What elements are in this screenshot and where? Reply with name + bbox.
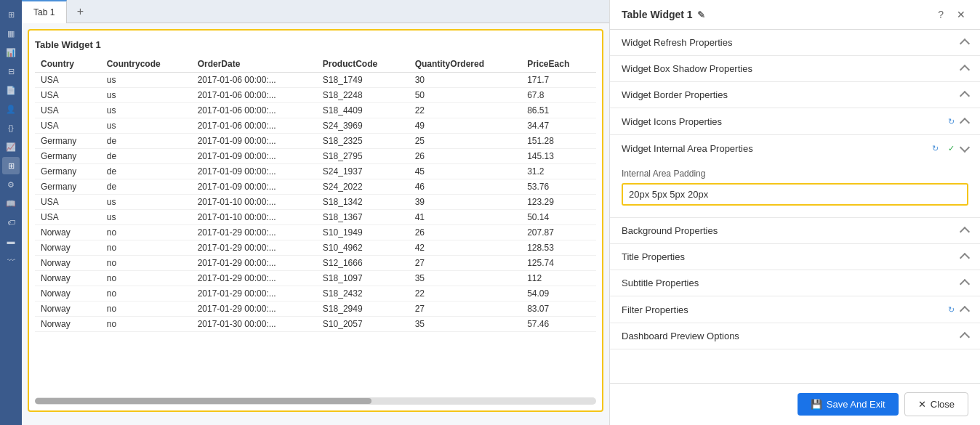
tag-icon[interactable]: 🏷 <box>2 214 20 231</box>
table-row: Germanyde2017-01-09 00:00:...S18_2795261… <box>35 149 596 164</box>
close-button[interactable]: ✕ Close <box>904 392 968 416</box>
table-row: Germanyde2017-01-09 00:00:...S18_2325251… <box>35 134 596 149</box>
main-area: Tab 1 + Table Widget 1 Country Countryco… <box>22 0 609 425</box>
close-x-icon: ✕ <box>918 399 926 410</box>
panel-footer: 💾 Save And Exit ✕ Close <box>610 383 980 425</box>
col-quantity: QuantityOrdered <box>409 56 522 73</box>
layers-icon[interactable]: ⊟ <box>2 62 20 80</box>
table-row: USAus2017-01-10 00:00:...S18_134239123.2… <box>35 195 596 210</box>
table-icon[interactable]: ⊞ <box>2 157 20 174</box>
help-button[interactable]: ? <box>935 7 947 22</box>
table-row: USAus2017-01-06 00:00:...S18_174930171.7 <box>35 73 596 88</box>
accordion-label-subtitle: Subtitle Properties <box>622 278 699 288</box>
accordion-header-internal[interactable]: Widget Internal Area Properties↻✓ <box>610 135 980 161</box>
table-row: Norwayno2017-01-29 00:00:...S12_16662712… <box>35 256 596 271</box>
accordion-item-shadow: Widget Box Shadow Properties <box>610 56 980 82</box>
accordion-item-filter: Filter Properties↻ <box>610 296 980 323</box>
accordion-item-background: Background Properties <box>610 218 980 244</box>
table-wrapper[interactable]: Country Countrycode OrderDate ProductCod… <box>35 56 596 394</box>
table-row: Germanyde2017-01-09 00:00:...S24_1937453… <box>35 164 596 179</box>
chevron-icon-background <box>960 227 970 237</box>
save-label: Save And Exit <box>827 399 885 410</box>
table-row: Norwayno2017-01-29 00:00:...S18_29492783… <box>35 301 596 317</box>
panel-controls: ? ✕ <box>935 7 968 22</box>
table-row: USAus2017-01-06 00:00:...S24_39694934.47 <box>35 118 596 134</box>
table-row: Norwayno2017-01-29 00:00:...S10_49624212… <box>35 240 596 256</box>
accordion-header-border[interactable]: Widget Border Properties <box>610 82 980 108</box>
table-row: Norwayno2017-01-29 00:00:...S18_10973511… <box>35 271 596 286</box>
edit-icon[interactable]: ✎ <box>697 9 705 20</box>
home-icon[interactable]: ⊞ <box>2 6 20 23</box>
bar-icon[interactable]: ▬ <box>2 232 20 250</box>
col-country: Country <box>35 56 101 73</box>
accordion-label-border: Widget Border Properties <box>622 89 728 100</box>
refresh-icon-filter[interactable]: ↻ <box>945 304 957 315</box>
users-icon[interactable]: 👤 <box>2 100 20 118</box>
accordion-content-internal: Internal Area Padding <box>610 161 980 217</box>
settings-icon[interactable]: ⚙ <box>2 176 20 193</box>
accordion-label-title: Title Properties <box>622 251 685 262</box>
right-panel-header: Table Widget 1 ✎ ? ✕ <box>610 0 980 30</box>
col-productcode: ProductCode <box>317 56 409 73</box>
code-icon[interactable]: {} <box>2 119 20 137</box>
accordion-header-title[interactable]: Title Properties <box>610 244 980 270</box>
accordion-label-dashboard: Dashboard Preview Options <box>622 331 739 341</box>
scrollbar-thumb[interactable] <box>35 398 371 404</box>
chevron-icon-filter <box>960 305 970 315</box>
table-row: Norwayno2017-01-29 00:00:...S10_19492620… <box>35 225 596 240</box>
accordion-header-dashboard[interactable]: Dashboard Preview Options <box>610 323 980 349</box>
data-table: Country Countrycode OrderDate ProductCod… <box>35 56 596 332</box>
save-and-exit-button[interactable]: 💾 Save And Exit <box>798 393 899 416</box>
accordion-label-filter: Filter Properties <box>622 304 688 315</box>
accordion-header-filter[interactable]: Filter Properties↻ <box>610 296 980 323</box>
widget-title: Table Widget 1 <box>35 36 596 56</box>
accordion-item-icons: Widget Icons Properties↻ <box>610 108 980 135</box>
activity-icon[interactable]: 〰 <box>2 251 20 269</box>
accordion-label-background: Background Properties <box>622 225 718 236</box>
add-tab-button[interactable]: + <box>70 1 90 22</box>
table-row: Norwayno2017-01-29 00:00:...S18_24322254… <box>35 286 596 301</box>
padding-label: Internal Area Padding <box>622 169 968 179</box>
chevron-icon-icons <box>960 117 970 127</box>
chevron-icon-internal <box>960 142 970 153</box>
accordion-header-refresh[interactable]: Widget Refresh Properties <box>610 30 980 55</box>
book-icon[interactable]: 📖 <box>2 195 20 212</box>
stats-icon[interactable]: 📈 <box>2 138 20 155</box>
chart-icon[interactable]: 📊 <box>2 44 20 61</box>
table-row: Norwayno2017-01-30 00:00:...S10_20573557… <box>35 317 596 332</box>
table-row: USAus2017-01-06 00:00:...S18_44092286.51 <box>35 103 596 118</box>
col-countrycode: Countrycode <box>101 56 192 73</box>
chevron-icon-shadow <box>960 65 970 75</box>
widget-area: Table Widget 1 Country Countrycode Order… <box>22 23 609 425</box>
horizontal-scrollbar[interactable] <box>35 397 596 405</box>
file-icon[interactable]: 📄 <box>2 81 20 99</box>
right-panel-title: Table Widget 1 ✎ <box>622 9 705 20</box>
accordion-header-icons[interactable]: Widget Icons Properties↻ <box>610 108 980 134</box>
check-icon-internal[interactable]: ✓ <box>945 142 957 154</box>
grid-icon[interactable]: ▦ <box>2 25 20 42</box>
tab-1[interactable]: Tab 1 <box>22 0 67 23</box>
tab-bar: Tab 1 + <box>22 0 609 23</box>
accordion-header-background[interactable]: Background Properties <box>610 218 980 243</box>
chevron-icon-title <box>960 253 970 263</box>
accordion-label-shadow: Widget Box Shadow Properties <box>622 63 752 74</box>
widget-container: Table Widget 1 Country Countrycode Order… <box>28 29 603 412</box>
panel-close-button[interactable]: ✕ <box>954 7 968 22</box>
accordion-header-shadow[interactable]: Widget Box Shadow Properties <box>610 56 980 81</box>
col-orderdate: OrderDate <box>192 56 317 73</box>
accordion-item-dashboard: Dashboard Preview Options <box>610 323 980 349</box>
close-label: Close <box>931 399 955 410</box>
chevron-icon-subtitle <box>960 279 970 289</box>
col-price: PriceEach <box>521 56 596 73</box>
refresh-icon-icons[interactable]: ↻ <box>945 116 957 127</box>
accordion-item-internal: Widget Internal Area Properties↻✓Interna… <box>610 135 980 218</box>
padding-input[interactable] <box>622 183 968 206</box>
accordion-label-icons: Widget Icons Properties <box>622 116 722 127</box>
accordion-header-subtitle[interactable]: Subtitle Properties <box>610 270 980 296</box>
save-icon: 💾 <box>811 399 822 410</box>
accordion-item-border: Widget Border Properties <box>610 82 980 108</box>
refresh-icon-internal[interactable]: ↻ <box>929 142 941 154</box>
accordion-item-title: Title Properties <box>610 244 980 270</box>
accordion-item-subtitle: Subtitle Properties <box>610 270 980 296</box>
chevron-icon-refresh <box>960 39 970 49</box>
